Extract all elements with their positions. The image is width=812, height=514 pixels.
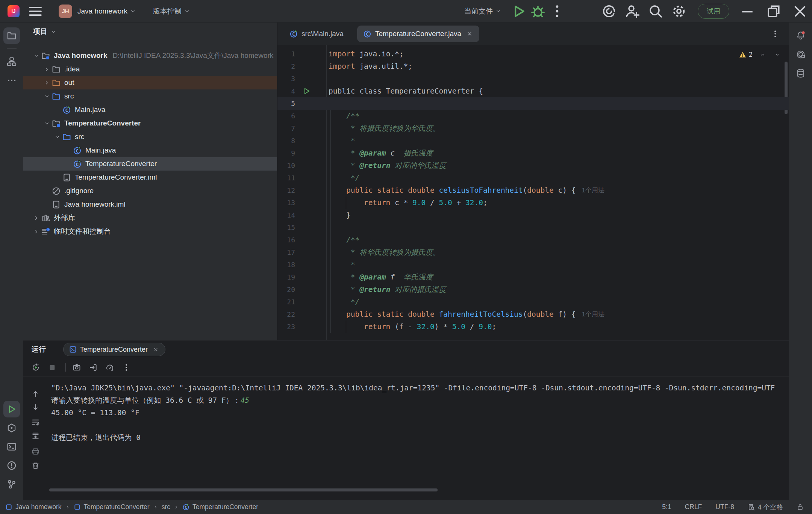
tool-window-button-ai-assistant[interactable] — [792, 46, 809, 63]
line-gutter[interactable] — [295, 197, 329, 209]
tool-window-button-structure[interactable] — [3, 53, 20, 70]
close-run-tab-button[interactable] — [152, 346, 159, 353]
line-number[interactable]: 13 — [277, 197, 295, 209]
soft-wrap-button[interactable] — [29, 416, 42, 428]
tool-window-button-project[interactable] — [3, 27, 20, 44]
code-line-16[interactable]: 16 /** — [277, 234, 789, 246]
line-number[interactable]: 8 — [277, 135, 295, 147]
breadcrumb-item-java-homework[interactable]: Java homework — [5, 503, 62, 511]
usages-inlay-hint[interactable]: 1个用法 — [582, 310, 604, 319]
debug-button[interactable] — [530, 4, 545, 19]
editor-tab-src-main-java[interactable]: Csrc\Main.java — [283, 26, 350, 42]
run-config-selector[interactable]: 当前文件 — [464, 6, 501, 16]
project-selector[interactable]: Java homework — [77, 7, 136, 15]
line-gutter[interactable] — [295, 259, 329, 271]
line-number[interactable]: 5 — [277, 97, 295, 110]
tree-item-java-homework[interactable]: Java homeworkD:\IntelliJ IDEA 2025.3.3\J… — [23, 49, 277, 62]
project-avatar[interactable]: JH — [59, 5, 72, 18]
code-line-12[interactable]: 12 public static double celsiusToFahrenh… — [277, 184, 789, 197]
line-gutter[interactable] — [295, 48, 329, 60]
more-run-actions-icon[interactable] — [550, 4, 565, 19]
chevron-right-icon[interactable] — [31, 226, 41, 237]
tool-window-button-more-tool-windows[interactable] — [3, 72, 20, 89]
main-menu-icon[interactable] — [28, 4, 43, 19]
tool-window-button-version-control[interactable] — [3, 476, 20, 493]
code-line-1[interactable]: 1import java.io.*; — [277, 48, 789, 60]
tab-options-button[interactable] — [768, 27, 782, 41]
code-with-me-icon[interactable] — [625, 4, 640, 19]
line-number[interactable]: 12 — [277, 184, 295, 197]
tree-item-temperatureconverter-iml[interactable]: TemperatureConverter.iml — [23, 171, 277, 184]
line-gutter[interactable] — [295, 320, 329, 333]
line-gutter[interactable] — [295, 209, 329, 221]
console-output[interactable]: "D:\Java JDK25\bin\java.exe" "-javaagent… — [51, 382, 789, 488]
line-gutter[interactable] — [295, 221, 329, 234]
project-panel-header[interactable]: 项目 — [23, 23, 277, 41]
tree-item-src[interactable]: src — [23, 89, 277, 103]
code-line-19[interactable]: 19 * @param f 华氏温度 — [277, 271, 789, 283]
search-everywhere-icon[interactable] — [648, 4, 663, 19]
screenshot-button[interactable] — [70, 360, 84, 375]
chevron-down-icon[interactable] — [41, 91, 52, 101]
code-line-11[interactable]: 11 */ — [277, 172, 789, 184]
chevron-right-icon[interactable] — [41, 77, 52, 88]
tree-item-idea[interactable]: .idea — [23, 62, 277, 76]
tree-item-main-java[interactable]: CMain.java — [23, 103, 277, 116]
code-line-9[interactable]: 9 * @param c 摄氏温度 — [277, 147, 789, 159]
tree-item-main-java[interactable]: CMain.java — [23, 144, 277, 157]
settings-icon[interactable] — [671, 4, 686, 19]
code-line-2[interactable]: 2import java.util.*; — [277, 60, 789, 73]
line-number[interactable]: 19 — [277, 271, 295, 283]
line-gutter[interactable] — [295, 159, 329, 172]
tree-item-外部库[interactable]: 外部库 — [23, 211, 277, 225]
code-line-22[interactable]: 22 public static double fahrenheitToCels… — [277, 308, 789, 320]
line-number[interactable]: 17 — [277, 246, 295, 259]
encoding-widget[interactable]: UTF-8 — [715, 503, 734, 511]
code-area[interactable]: 2 1import java.io.*;2import java.util.*;… — [277, 45, 789, 340]
line-gutter[interactable] — [295, 234, 329, 246]
line-separator-widget[interactable]: CRLF — [685, 503, 702, 511]
more-options-button[interactable] — [119, 360, 133, 375]
chevron-right-icon[interactable] — [41, 64, 52, 74]
scroll-to-end-button[interactable] — [29, 429, 42, 442]
line-gutter[interactable] — [295, 60, 329, 73]
line-number[interactable]: 6 — [277, 110, 295, 122]
breadcrumb-item-temperatureconverter[interactable]: TemperatureConverter — [74, 503, 150, 511]
line-gutter[interactable] — [295, 122, 329, 135]
line-gutter[interactable] — [295, 283, 329, 296]
tree-item-temperatureconverter[interactable]: CTemperatureConverter — [23, 157, 277, 171]
line-number[interactable]: 11 — [277, 172, 295, 184]
line-number[interactable]: 3 — [277, 73, 295, 85]
caret-position-widget[interactable]: 5:1 — [662, 503, 671, 511]
rerun-button[interactable] — [29, 360, 43, 375]
code-line-23[interactable]: 23 return (f - 32.0) * 5.0 / 9.0; — [277, 320, 789, 333]
line-number[interactable]: 23 — [277, 320, 295, 333]
chevron-right-icon[interactable] — [31, 213, 41, 223]
tree-item-gitignore[interactable]: .gitignore — [23, 184, 277, 198]
close-button[interactable] — [792, 3, 808, 20]
line-number[interactable]: 14 — [277, 209, 295, 221]
line-number[interactable]: 9 — [277, 147, 295, 159]
stop-button[interactable] — [45, 360, 59, 375]
line-number[interactable]: 22 — [277, 308, 295, 320]
line-gutter[interactable] — [295, 296, 329, 308]
console-hscrollbar[interactable] — [49, 488, 438, 491]
tree-item-java-homework-iml[interactable]: Java homework.iml — [23, 198, 277, 211]
line-number[interactable]: 4 — [277, 85, 295, 97]
line-number[interactable]: 18 — [277, 259, 295, 271]
line-number[interactable]: 15 — [277, 221, 295, 234]
chevron-down-icon[interactable] — [41, 118, 52, 128]
chevron-down-icon[interactable] — [52, 132, 62, 142]
close-tab-button[interactable] — [466, 30, 473, 38]
code-line-14[interactable]: 14 } — [277, 209, 789, 221]
line-gutter[interactable] — [295, 172, 329, 184]
code-line-5[interactable]: 5 — [277, 97, 789, 110]
line-gutter[interactable] — [295, 135, 329, 147]
line-number[interactable]: 2 — [277, 60, 295, 73]
indent-style-widget[interactable]: 4 个空格 — [748, 503, 783, 512]
tool-window-button-database[interactable] — [792, 65, 809, 82]
file-lock-widget[interactable] — [797, 503, 804, 511]
minimize-button[interactable] — [739, 3, 756, 20]
restore-button[interactable] — [765, 3, 782, 20]
vcs-selector[interactable]: 版本控制 — [153, 6, 190, 16]
